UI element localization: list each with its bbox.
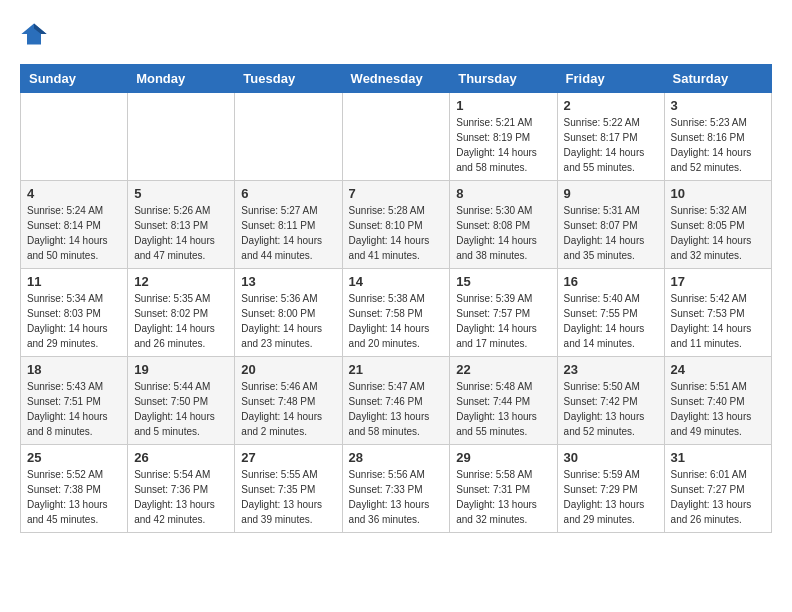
day-number: 18 [27, 362, 121, 377]
day-info: Sunrise: 5:23 AM Sunset: 8:16 PM Dayligh… [671, 115, 765, 175]
day-info: Sunrise: 6:01 AM Sunset: 7:27 PM Dayligh… [671, 467, 765, 527]
day-info: Sunrise: 5:55 AM Sunset: 7:35 PM Dayligh… [241, 467, 335, 527]
day-info: Sunrise: 5:35 AM Sunset: 8:02 PM Dayligh… [134, 291, 228, 351]
calendar-cell [21, 93, 128, 181]
day-info: Sunrise: 5:44 AM Sunset: 7:50 PM Dayligh… [134, 379, 228, 439]
day-info: Sunrise: 5:46 AM Sunset: 7:48 PM Dayligh… [241, 379, 335, 439]
calendar-cell: 13Sunrise: 5:36 AM Sunset: 8:00 PM Dayli… [235, 269, 342, 357]
week-row-1: 1Sunrise: 5:21 AM Sunset: 8:19 PM Daylig… [21, 93, 772, 181]
week-row-5: 25Sunrise: 5:52 AM Sunset: 7:38 PM Dayli… [21, 445, 772, 533]
day-number: 31 [671, 450, 765, 465]
day-info: Sunrise: 5:54 AM Sunset: 7:36 PM Dayligh… [134, 467, 228, 527]
day-number: 2 [564, 98, 658, 113]
day-info: Sunrise: 5:27 AM Sunset: 8:11 PM Dayligh… [241, 203, 335, 263]
day-info: Sunrise: 5:21 AM Sunset: 8:19 PM Dayligh… [456, 115, 550, 175]
day-info: Sunrise: 5:40 AM Sunset: 7:55 PM Dayligh… [564, 291, 658, 351]
calendar-cell [342, 93, 450, 181]
day-info: Sunrise: 5:50 AM Sunset: 7:42 PM Dayligh… [564, 379, 658, 439]
calendar-cell: 22Sunrise: 5:48 AM Sunset: 7:44 PM Dayli… [450, 357, 557, 445]
day-number: 27 [241, 450, 335, 465]
day-info: Sunrise: 5:30 AM Sunset: 8:08 PM Dayligh… [456, 203, 550, 263]
calendar-cell: 24Sunrise: 5:51 AM Sunset: 7:40 PM Dayli… [664, 357, 771, 445]
calendar-cell: 3Sunrise: 5:23 AM Sunset: 8:16 PM Daylig… [664, 93, 771, 181]
day-number: 26 [134, 450, 228, 465]
calendar-cell: 14Sunrise: 5:38 AM Sunset: 7:58 PM Dayli… [342, 269, 450, 357]
day-info: Sunrise: 5:34 AM Sunset: 8:03 PM Dayligh… [27, 291, 121, 351]
day-number: 5 [134, 186, 228, 201]
day-info: Sunrise: 5:24 AM Sunset: 8:14 PM Dayligh… [27, 203, 121, 263]
day-info: Sunrise: 5:43 AM Sunset: 7:51 PM Dayligh… [27, 379, 121, 439]
day-number: 13 [241, 274, 335, 289]
week-row-4: 18Sunrise: 5:43 AM Sunset: 7:51 PM Dayli… [21, 357, 772, 445]
day-number: 22 [456, 362, 550, 377]
calendar-cell: 7Sunrise: 5:28 AM Sunset: 8:10 PM Daylig… [342, 181, 450, 269]
logo-icon [20, 20, 48, 48]
day-number: 11 [27, 274, 121, 289]
day-number: 10 [671, 186, 765, 201]
day-info: Sunrise: 5:22 AM Sunset: 8:17 PM Dayligh… [564, 115, 658, 175]
calendar-cell: 10Sunrise: 5:32 AM Sunset: 8:05 PM Dayli… [664, 181, 771, 269]
calendar-cell: 8Sunrise: 5:30 AM Sunset: 8:08 PM Daylig… [450, 181, 557, 269]
day-info: Sunrise: 5:32 AM Sunset: 8:05 PM Dayligh… [671, 203, 765, 263]
day-number: 16 [564, 274, 658, 289]
calendar-cell: 6Sunrise: 5:27 AM Sunset: 8:11 PM Daylig… [235, 181, 342, 269]
day-number: 15 [456, 274, 550, 289]
calendar-cell [128, 93, 235, 181]
day-info: Sunrise: 5:31 AM Sunset: 8:07 PM Dayligh… [564, 203, 658, 263]
day-number: 3 [671, 98, 765, 113]
calendar-cell: 4Sunrise: 5:24 AM Sunset: 8:14 PM Daylig… [21, 181, 128, 269]
week-row-3: 11Sunrise: 5:34 AM Sunset: 8:03 PM Dayli… [21, 269, 772, 357]
day-info: Sunrise: 5:47 AM Sunset: 7:46 PM Dayligh… [349, 379, 444, 439]
day-number: 4 [27, 186, 121, 201]
weekday-header-wednesday: Wednesday [342, 65, 450, 93]
day-info: Sunrise: 5:52 AM Sunset: 7:38 PM Dayligh… [27, 467, 121, 527]
calendar-cell: 20Sunrise: 5:46 AM Sunset: 7:48 PM Dayli… [235, 357, 342, 445]
day-number: 20 [241, 362, 335, 377]
calendar-cell: 12Sunrise: 5:35 AM Sunset: 8:02 PM Dayli… [128, 269, 235, 357]
calendar-cell: 25Sunrise: 5:52 AM Sunset: 7:38 PM Dayli… [21, 445, 128, 533]
day-number: 19 [134, 362, 228, 377]
calendar-cell: 15Sunrise: 5:39 AM Sunset: 7:57 PM Dayli… [450, 269, 557, 357]
weekday-header-tuesday: Tuesday [235, 65, 342, 93]
day-number: 23 [564, 362, 658, 377]
day-info: Sunrise: 5:56 AM Sunset: 7:33 PM Dayligh… [349, 467, 444, 527]
calendar-cell: 1Sunrise: 5:21 AM Sunset: 8:19 PM Daylig… [450, 93, 557, 181]
day-number: 6 [241, 186, 335, 201]
day-number: 8 [456, 186, 550, 201]
day-info: Sunrise: 5:51 AM Sunset: 7:40 PM Dayligh… [671, 379, 765, 439]
weekday-header-monday: Monday [128, 65, 235, 93]
day-number: 7 [349, 186, 444, 201]
day-number: 14 [349, 274, 444, 289]
calendar-cell: 17Sunrise: 5:42 AM Sunset: 7:53 PM Dayli… [664, 269, 771, 357]
calendar-cell: 21Sunrise: 5:47 AM Sunset: 7:46 PM Dayli… [342, 357, 450, 445]
day-number: 30 [564, 450, 658, 465]
day-number: 21 [349, 362, 444, 377]
calendar-cell: 31Sunrise: 6:01 AM Sunset: 7:27 PM Dayli… [664, 445, 771, 533]
weekday-header-sunday: Sunday [21, 65, 128, 93]
day-info: Sunrise: 5:38 AM Sunset: 7:58 PM Dayligh… [349, 291, 444, 351]
day-info: Sunrise: 5:59 AM Sunset: 7:29 PM Dayligh… [564, 467, 658, 527]
day-number: 17 [671, 274, 765, 289]
day-number: 28 [349, 450, 444, 465]
calendar-cell: 29Sunrise: 5:58 AM Sunset: 7:31 PM Dayli… [450, 445, 557, 533]
day-info: Sunrise: 5:48 AM Sunset: 7:44 PM Dayligh… [456, 379, 550, 439]
page-header [20, 20, 772, 48]
logo [20, 20, 52, 48]
day-number: 9 [564, 186, 658, 201]
calendar-cell: 5Sunrise: 5:26 AM Sunset: 8:13 PM Daylig… [128, 181, 235, 269]
calendar-cell: 18Sunrise: 5:43 AM Sunset: 7:51 PM Dayli… [21, 357, 128, 445]
calendar-cell: 11Sunrise: 5:34 AM Sunset: 8:03 PM Dayli… [21, 269, 128, 357]
calendar-cell: 2Sunrise: 5:22 AM Sunset: 8:17 PM Daylig… [557, 93, 664, 181]
calendar-cell: 9Sunrise: 5:31 AM Sunset: 8:07 PM Daylig… [557, 181, 664, 269]
day-info: Sunrise: 5:42 AM Sunset: 7:53 PM Dayligh… [671, 291, 765, 351]
day-info: Sunrise: 5:28 AM Sunset: 8:10 PM Dayligh… [349, 203, 444, 263]
calendar-cell: 30Sunrise: 5:59 AM Sunset: 7:29 PM Dayli… [557, 445, 664, 533]
day-info: Sunrise: 5:26 AM Sunset: 8:13 PM Dayligh… [134, 203, 228, 263]
day-number: 24 [671, 362, 765, 377]
day-number: 29 [456, 450, 550, 465]
weekday-header-friday: Friday [557, 65, 664, 93]
day-info: Sunrise: 5:39 AM Sunset: 7:57 PM Dayligh… [456, 291, 550, 351]
calendar-table: SundayMondayTuesdayWednesdayThursdayFrid… [20, 64, 772, 533]
calendar-cell: 26Sunrise: 5:54 AM Sunset: 7:36 PM Dayli… [128, 445, 235, 533]
calendar-cell [235, 93, 342, 181]
